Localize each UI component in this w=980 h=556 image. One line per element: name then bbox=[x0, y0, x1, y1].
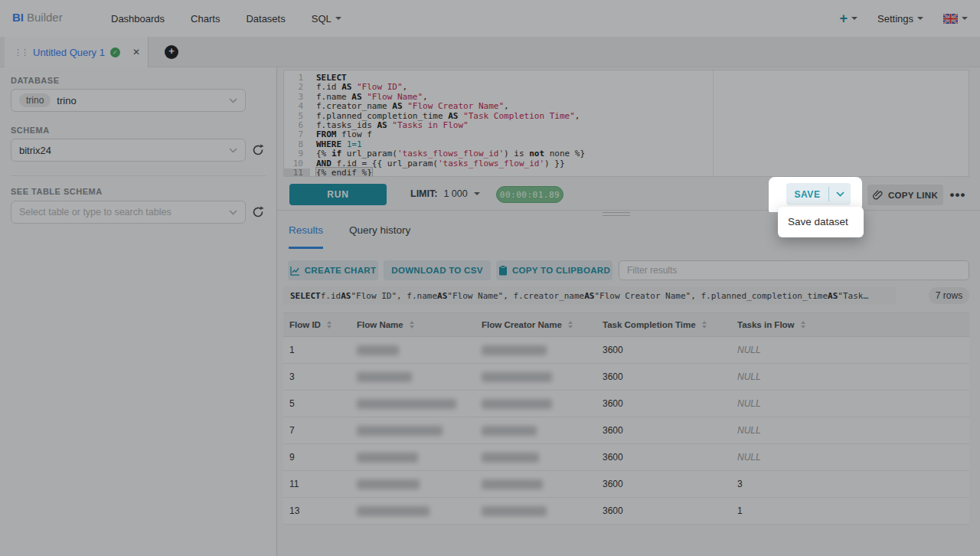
chevron-down-icon bbox=[836, 191, 844, 197]
app-window: BIBuilder Dashboards Charts Datasets SQL… bbox=[0, 0, 980, 556]
save-button[interactable]: SAVE bbox=[786, 183, 828, 205]
dim-overlay bbox=[0, 0, 980, 556]
save-dropdown-toggle[interactable] bbox=[829, 183, 851, 205]
save-dataset-menu-item[interactable]: Save dataset bbox=[778, 207, 864, 237]
save-split-button: SAVE bbox=[786, 183, 851, 205]
save-dropdown-menu: Save dataset bbox=[778, 207, 864, 237]
